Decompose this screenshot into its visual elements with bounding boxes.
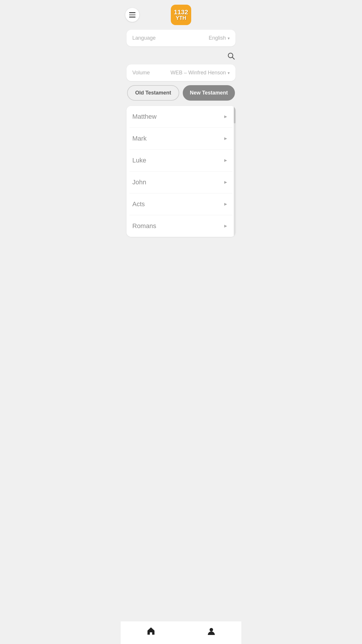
testament-buttons-container: Old Testament New Testament bbox=[126, 85, 236, 101]
logo-text-top: 1132 bbox=[174, 9, 188, 15]
chevron-right-icon: ► bbox=[223, 158, 228, 163]
svg-line-1 bbox=[232, 57, 234, 59]
app-logo: 1132 YTH bbox=[171, 5, 191, 25]
list-item[interactable]: John ► bbox=[129, 172, 233, 193]
list-item[interactable]: Mark ► bbox=[129, 128, 233, 150]
language-value-container[interactable]: English ▾ bbox=[209, 35, 230, 41]
language-value: English bbox=[209, 35, 226, 41]
language-dropdown-arrow: ▾ bbox=[228, 36, 230, 41]
chevron-right-icon: ► bbox=[223, 202, 228, 207]
chevron-right-icon: ► bbox=[223, 180, 228, 185]
chevron-right-icon: ► bbox=[223, 223, 228, 229]
list-item[interactable]: Matthew ► bbox=[129, 106, 233, 128]
scrollbar-track bbox=[234, 106, 236, 237]
chevron-right-icon: ► bbox=[223, 114, 228, 119]
list-item[interactable]: Acts ► bbox=[129, 193, 233, 215]
menu-line-1 bbox=[129, 12, 136, 13]
volume-value: WEB – Winfred Henson bbox=[171, 70, 226, 76]
search-container bbox=[126, 50, 236, 64]
header: 1132 YTH bbox=[121, 0, 241, 30]
list-item[interactable]: Romans ► bbox=[129, 215, 233, 237]
book-name: Acts bbox=[132, 200, 145, 208]
volume-dropdown-arrow: ▾ bbox=[228, 71, 230, 75]
book-name: Romans bbox=[132, 222, 156, 230]
book-name: Mark bbox=[132, 135, 147, 142]
new-testament-button[interactable]: New Testament bbox=[183, 85, 235, 101]
language-label: Language bbox=[132, 35, 156, 41]
menu-line-2 bbox=[129, 15, 136, 15]
chevron-right-icon: ► bbox=[223, 136, 228, 141]
volume-label: Volume bbox=[132, 70, 150, 76]
main-content: Language English ▾ Volume WEB – Winfred … bbox=[121, 30, 241, 237]
search-icon bbox=[227, 52, 235, 60]
language-selector[interactable]: Language English ▾ bbox=[126, 30, 236, 46]
book-name: Luke bbox=[132, 157, 146, 164]
menu-button[interactable] bbox=[125, 8, 139, 22]
menu-line-3 bbox=[129, 17, 136, 18]
book-name: Matthew bbox=[132, 113, 157, 120]
scrollbar-thumb[interactable] bbox=[234, 106, 236, 123]
old-testament-button[interactable]: Old Testament bbox=[127, 85, 179, 101]
search-button[interactable] bbox=[227, 52, 235, 62]
volume-value-container[interactable]: WEB – Winfred Henson ▾ bbox=[171, 70, 230, 76]
logo-text-bottom: YTH bbox=[176, 15, 186, 21]
list-item[interactable]: Luke ► bbox=[129, 150, 233, 172]
book-name: John bbox=[132, 178, 146, 186]
books-list: Matthew ► Mark ► Luke ► John ► Acts ► Ro… bbox=[126, 106, 236, 237]
volume-selector[interactable]: Volume WEB – Winfred Henson ▾ bbox=[126, 64, 236, 81]
